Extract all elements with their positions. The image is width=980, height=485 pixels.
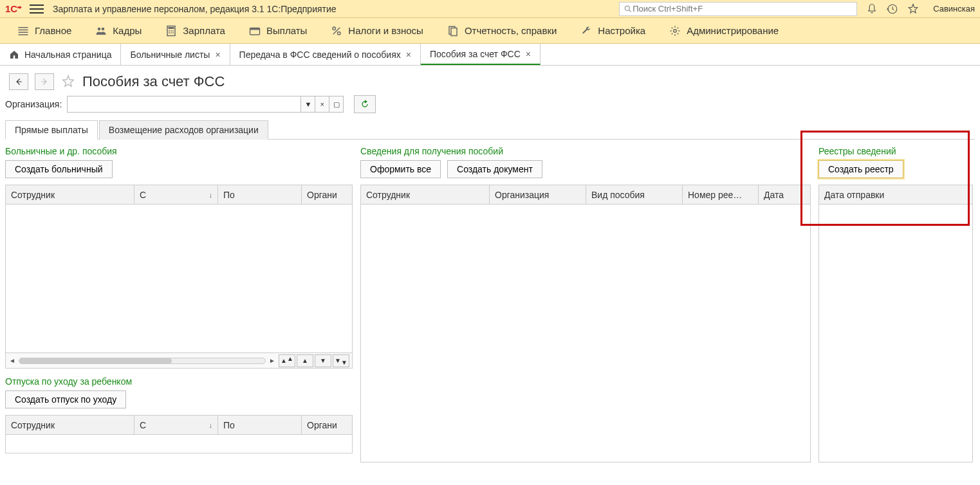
col-employee[interactable]: Сотрудник bbox=[361, 185, 490, 204]
panel-left: Больничные и др. пособия Создать больнич… bbox=[5, 146, 353, 453]
col-employee[interactable]: Сотрудник bbox=[6, 185, 134, 204]
main-menu: Главное Кадры Зарплата Выплаты Налоги и … bbox=[0, 18, 980, 44]
tab-fss-benefits[interactable]: Пособия за счет ФСС × bbox=[421, 44, 541, 65]
scroll-thumb[interactable] bbox=[19, 358, 172, 364]
svg-line-2 bbox=[629, 10, 631, 12]
page-down-button[interactable]: ▼ bbox=[315, 354, 331, 367]
scroll-right-icon[interactable]: ► bbox=[268, 357, 276, 364]
menu-hr[interactable]: Кадры bbox=[83, 18, 153, 43]
col-date[interactable]: Дата bbox=[759, 185, 797, 204]
create-doc-button[interactable]: Создать документ bbox=[447, 160, 542, 178]
col-from[interactable]: С↓ bbox=[134, 416, 218, 434]
percent-icon bbox=[330, 25, 343, 37]
favorite-button[interactable] bbox=[60, 74, 76, 89]
nav-back-button[interactable] bbox=[9, 73, 28, 90]
grid-body[interactable] bbox=[6, 435, 352, 448]
dropdown-button[interactable]: ▼ bbox=[300, 96, 315, 112]
menu-taxes[interactable]: Налоги и взносы bbox=[319, 18, 435, 43]
grid-leave: Сотрудник С↓ По Органи bbox=[5, 415, 353, 453]
refresh-button[interactable] bbox=[354, 95, 376, 113]
menu-admin[interactable]: Администрирование bbox=[657, 18, 790, 43]
section-registry-title: Реестры сведений bbox=[818, 146, 973, 156]
search-box[interactable] bbox=[619, 2, 857, 16]
grid-header: Дата отправки bbox=[819, 185, 972, 205]
svg-line-22 bbox=[333, 27, 340, 34]
col-to[interactable]: По bbox=[218, 185, 302, 204]
grid-footer: ◄ ► ▲▲ ▲ ▼ ▼▼ bbox=[6, 352, 352, 368]
org-input[interactable]: ▼ × ▢ bbox=[67, 96, 344, 113]
scroll-left-icon[interactable]: ◄ bbox=[8, 357, 16, 364]
tabs-bar: Начальная страница Больничные листы × Пе… bbox=[0, 44, 980, 66]
create-registry-button[interactable]: Создать реестр bbox=[818, 160, 903, 178]
home-icon bbox=[9, 50, 19, 60]
svg-point-17 bbox=[172, 32, 174, 33]
clear-button[interactable]: × bbox=[315, 96, 329, 112]
org-field[interactable] bbox=[68, 100, 300, 109]
create-leave-button[interactable]: Создать отпуск по уходу bbox=[5, 390, 126, 408]
col-to[interactable]: По bbox=[218, 416, 302, 434]
user-name[interactable]: Савинская bbox=[933, 4, 975, 14]
docs-icon bbox=[447, 25, 459, 37]
section-sicklist-title: Больничные и др. пособия bbox=[5, 146, 353, 156]
star-icon[interactable] bbox=[907, 3, 919, 15]
calc-icon bbox=[165, 25, 178, 37]
tab-fss-transfer[interactable]: Передача в ФСС сведений о пособиях × bbox=[230, 44, 421, 65]
inner-tab-direct[interactable]: Прямые выплаты bbox=[5, 120, 98, 140]
menu-payments[interactable]: Выплаты bbox=[237, 18, 319, 43]
menu-settings[interactable]: Настройка bbox=[568, 18, 657, 43]
org-label: Организация: bbox=[5, 99, 62, 109]
grid-registry: Дата отправки bbox=[818, 185, 973, 462]
svg-rect-4 bbox=[19, 27, 28, 28]
page-last-button[interactable]: ▼▼ bbox=[333, 354, 349, 367]
inner-tab-reimburse[interactable]: Возмещение расходов организации bbox=[99, 120, 268, 140]
create-sicklist-button[interactable]: Создать больничный bbox=[5, 160, 113, 178]
svg-point-9 bbox=[102, 27, 105, 30]
logo-1c: 1С bbox=[5, 3, 24, 15]
col-org[interactable]: Органи bbox=[302, 185, 352, 204]
menu-main[interactable]: Главное bbox=[5, 18, 83, 43]
svg-point-8 bbox=[98, 27, 101, 30]
panel-mid: Сведения для получения пособий Оформить … bbox=[360, 146, 811, 462]
page-up-button[interactable]: ▲ bbox=[297, 354, 313, 367]
panels: Больничные и др. пособия Создать больнич… bbox=[0, 140, 980, 468]
menu-salary[interactable]: Зарплата bbox=[153, 18, 237, 43]
svg-text:1С: 1С bbox=[5, 3, 17, 14]
col-org[interactable]: Организация bbox=[490, 185, 586, 204]
tab-sicklists[interactable]: Больничные листы × bbox=[121, 44, 230, 65]
nav-pager: ▲▲ ▲ ▼ ▼▼ bbox=[279, 354, 349, 367]
svg-point-1 bbox=[625, 6, 629, 10]
close-icon[interactable]: × bbox=[215, 50, 220, 60]
tab-home[interactable]: Начальная страница bbox=[0, 44, 121, 65]
svg-point-13 bbox=[171, 30, 172, 32]
section-info-title: Сведения для получения пособий bbox=[360, 146, 811, 156]
grid-body[interactable] bbox=[819, 205, 972, 462]
wallet-icon bbox=[248, 25, 261, 37]
col-send-date[interactable]: Дата отправки bbox=[819, 185, 972, 204]
close-icon[interactable]: × bbox=[526, 49, 531, 59]
close-icon[interactable]: × bbox=[406, 50, 411, 60]
col-employee[interactable]: Сотрудник bbox=[6, 416, 134, 434]
nav-forward-button[interactable] bbox=[35, 73, 54, 90]
search-input[interactable] bbox=[633, 4, 853, 14]
col-from[interactable]: С↓ bbox=[134, 185, 218, 204]
history-icon[interactable] bbox=[887, 3, 898, 15]
svg-point-15 bbox=[169, 32, 170, 33]
arrow-left-icon bbox=[14, 77, 23, 86]
bell-icon[interactable] bbox=[866, 3, 878, 15]
open-button[interactable]: ▢ bbox=[329, 96, 343, 112]
svg-point-14 bbox=[172, 30, 174, 32]
grid-body[interactable] bbox=[6, 205, 352, 352]
grid-body[interactable] bbox=[361, 205, 810, 462]
process-all-button[interactable]: Оформить все bbox=[360, 160, 441, 178]
hscroll[interactable]: ◄ ► bbox=[6, 357, 279, 364]
page-first-button[interactable]: ▲▲ bbox=[279, 354, 295, 367]
section-leave-title: Отпуска по уходу за ребенком bbox=[5, 376, 353, 387]
col-registry-num[interactable]: Номер рее… bbox=[683, 185, 759, 204]
col-benefit-type[interactable]: Вид пособия bbox=[586, 185, 683, 204]
grid-info: Сотрудник Организация Вид пособия Номер … bbox=[360, 185, 811, 462]
col-org[interactable]: Органи bbox=[302, 416, 352, 434]
scroll-track[interactable] bbox=[19, 358, 266, 364]
svg-point-25 bbox=[674, 29, 677, 32]
menu-icon[interactable] bbox=[30, 3, 44, 15]
menu-reports[interactable]: Отчетность, справки bbox=[435, 18, 568, 43]
